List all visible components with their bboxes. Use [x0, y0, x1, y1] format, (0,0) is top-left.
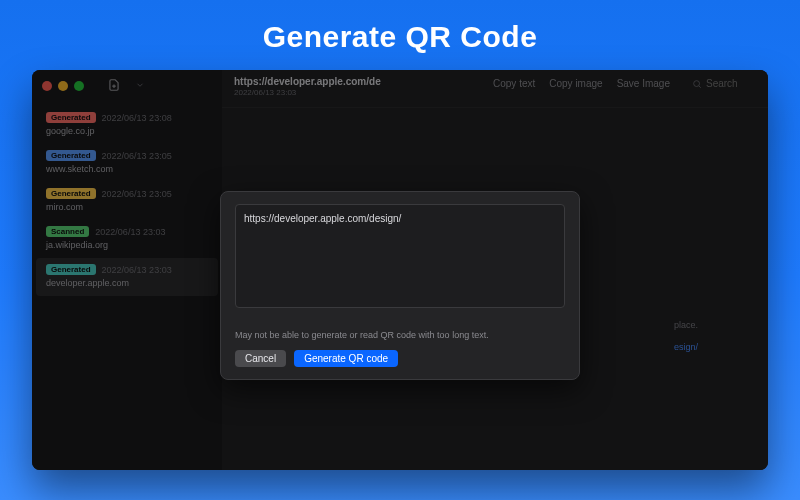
generate-button[interactable]: Generate QR code — [294, 350, 398, 367]
modal-hint-text: May not be able to generate or read QR c… — [235, 330, 565, 340]
qr-text-input[interactable] — [235, 204, 565, 308]
modal-overlay: May not be able to generate or read QR c… — [32, 70, 768, 470]
generate-qr-modal: May not be able to generate or read QR c… — [220, 191, 580, 380]
hero-title: Generate QR Code — [0, 20, 800, 54]
app-window: Generated2022/06/13 23:08google.co.jpGen… — [32, 70, 768, 470]
cancel-button[interactable]: Cancel — [235, 350, 286, 367]
